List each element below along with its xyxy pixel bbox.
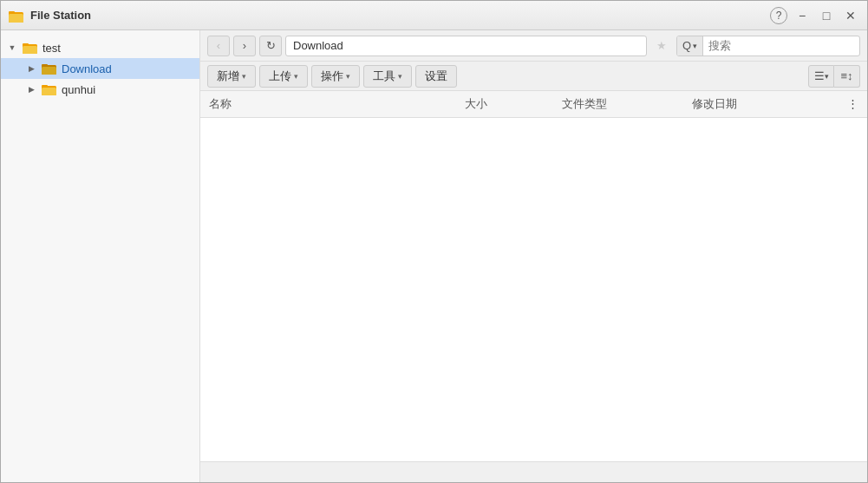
- forward-icon: ›: [243, 39, 246, 52]
- settings-label: 设置: [425, 69, 447, 84]
- svg-rect-10: [42, 88, 56, 95]
- svg-rect-4: [23, 46, 37, 54]
- path-input[interactable]: [285, 36, 647, 56]
- sidebar-item-qunhui[interactable]: ▶ qunhui: [1, 79, 199, 100]
- list-view-icon: ☰: [814, 69, 825, 82]
- search-icon: Q: [682, 39, 691, 52]
- refresh-icon: ↻: [266, 39, 276, 52]
- col-header-size[interactable]: 大小: [456, 91, 553, 117]
- right-panel: ‹ › ↻ ★ Q ▾: [200, 30, 867, 482]
- sort-view-icon: ≡↕: [840, 69, 852, 82]
- search-input[interactable]: [703, 39, 859, 52]
- dropdown-arrow-icon: ▾: [294, 72, 298, 81]
- svg-rect-1: [9, 14, 23, 23]
- minimize-button[interactable]: −: [793, 6, 812, 25]
- app-icon: [8, 7, 25, 24]
- file-table-container: 名称 大小 文件类型 修改日期 ⋮: [200, 91, 867, 461]
- sort-view-button[interactable]: ≡↕: [834, 65, 860, 88]
- svg-rect-8: [42, 64, 48, 67]
- new-label: 新增: [217, 69, 239, 84]
- new-button[interactable]: 新增 ▾: [207, 65, 256, 88]
- upload-label: 上传: [269, 69, 291, 84]
- dropdown-arrow-icon: ▾: [346, 72, 350, 81]
- dropdown-arrow-icon: ▾: [398, 72, 402, 81]
- sidebar-item-label: Download: [62, 62, 112, 75]
- expand-arrow-icon: ▶: [25, 83, 37, 95]
- search-container: Q ▾: [676, 36, 860, 56]
- settings-button[interactable]: 设置: [415, 65, 457, 88]
- upload-button[interactable]: 上传 ▾: [259, 65, 308, 88]
- file-table: 名称 大小 文件类型 修改日期 ⋮: [200, 91, 867, 118]
- svg-rect-7: [42, 67, 56, 75]
- folder-icon: [23, 41, 38, 55]
- close-button[interactable]: ✕: [841, 6, 860, 25]
- status-bar: [200, 461, 867, 482]
- back-icon: ‹: [217, 39, 220, 52]
- list-view-button[interactable]: ☰ ▾: [808, 65, 834, 88]
- col-header-more[interactable]: ⋮: [839, 91, 867, 117]
- table-header-row: 名称 大小 文件类型 修改日期 ⋮: [200, 91, 867, 117]
- sidebar-root-label: test: [42, 42, 61, 55]
- svg-rect-5: [23, 43, 29, 46]
- view-toggle-group: ☰ ▾ ≡↕: [808, 65, 860, 88]
- sidebar-item-test[interactable]: ▼ test: [1, 37, 199, 58]
- maximize-button[interactable]: □: [817, 6, 836, 25]
- search-dropdown[interactable]: Q ▾: [677, 36, 703, 55]
- forward-button[interactable]: ›: [233, 36, 256, 56]
- nav-bar: ‹ › ↻ ★ Q ▾: [200, 30, 867, 62]
- sidebar: ▼ test ▶: [1, 30, 200, 482]
- col-header-type[interactable]: 文件类型: [553, 91, 683, 117]
- back-button[interactable]: ‹: [207, 36, 230, 56]
- dropdown-arrow-icon: ▾: [693, 42, 697, 50]
- toolbar: 新增 ▾ 上传 ▾ 操作 ▾ 工具 ▾ 设置: [200, 62, 867, 91]
- svg-rect-2: [9, 11, 15, 14]
- favorite-button[interactable]: ★: [650, 36, 673, 56]
- refresh-button[interactable]: ↻: [259, 36, 282, 56]
- action-label: 操作: [321, 69, 343, 84]
- star-icon: ★: [656, 39, 667, 52]
- folder-icon: [42, 62, 57, 75]
- help-button[interactable]: ?: [770, 7, 787, 24]
- dropdown-arrow-icon: ▾: [825, 72, 829, 81]
- expand-arrow-icon: ▶: [25, 62, 37, 75]
- title-bar: File Station ? − □ ✕: [1, 1, 867, 30]
- window-controls: ? − □ ✕: [770, 6, 860, 25]
- tools-label: 工具: [373, 69, 395, 84]
- col-header-name[interactable]: 名称: [200, 91, 456, 117]
- col-header-date[interactable]: 修改日期: [683, 91, 839, 117]
- main-content: ▼ test ▶: [1, 30, 867, 482]
- tools-button[interactable]: 工具 ▾: [363, 65, 412, 88]
- app-title: File Station: [30, 9, 770, 22]
- svg-rect-11: [42, 85, 48, 88]
- file-station-window: File Station ? − □ ✕ ▼ test: [0, 0, 868, 483]
- expand-arrow-icon: ▼: [6, 42, 18, 54]
- sidebar-item-label: qunhui: [62, 83, 95, 96]
- folder-icon: [42, 82, 57, 96]
- action-button[interactable]: 操作 ▾: [311, 65, 360, 88]
- sidebar-item-download[interactable]: ▶ Download: [1, 58, 199, 79]
- dropdown-arrow-icon: ▾: [242, 72, 246, 81]
